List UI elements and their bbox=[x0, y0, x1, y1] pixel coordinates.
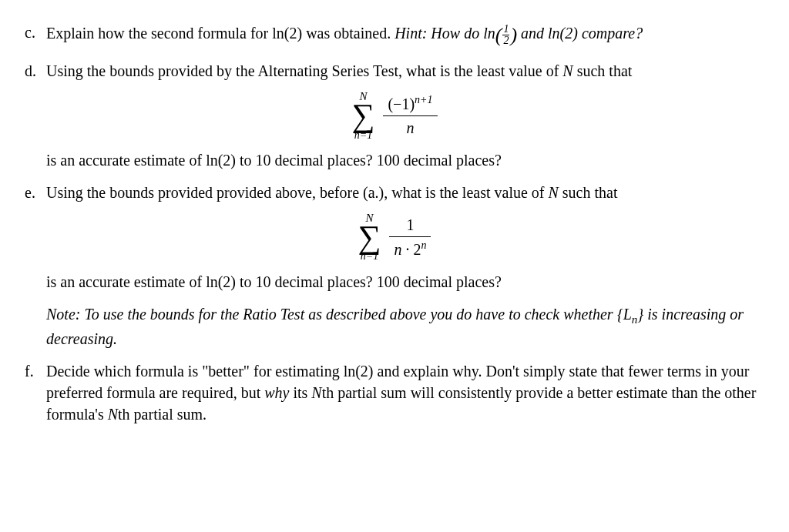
sigma: N ∑ n=1 bbox=[351, 99, 374, 132]
text: Decide which formula is "better" for est… bbox=[46, 363, 344, 380]
var-N: N bbox=[311, 384, 321, 401]
ln2: ln(2) bbox=[272, 25, 302, 42]
d-after: is an accurate estimate of ln(2) to 10 d… bbox=[46, 149, 764, 171]
text: th partial sum. bbox=[118, 406, 206, 423]
label-c: c. bbox=[25, 22, 46, 49]
hint-text: and bbox=[517, 25, 548, 42]
var-N: N bbox=[108, 406, 118, 423]
ln2: ln(2) bbox=[206, 273, 236, 290]
num-base: (−1) bbox=[388, 95, 415, 112]
sigma-upper: N bbox=[359, 89, 367, 105]
text: was obtained. bbox=[302, 25, 394, 42]
label-f: f. bbox=[25, 360, 46, 425]
var-N: N bbox=[562, 62, 572, 79]
frac-num: 1 bbox=[502, 24, 509, 35]
ln2: ln(2) bbox=[206, 152, 236, 169]
sigma-lower: n=1 bbox=[361, 249, 378, 264]
formula-d: N ∑ n=1 (−1)n+1 n bbox=[25, 92, 764, 139]
text: is an accurate estimate of bbox=[46, 273, 206, 290]
denominator: n bbox=[383, 116, 437, 139]
text: Using the bounds provided by the Alterna… bbox=[46, 62, 562, 79]
problem-d: d. Using the bounds provided by the Alte… bbox=[25, 60, 764, 82]
ln2: ln(2) bbox=[344, 363, 374, 380]
text: to 10 decimal places? 100 decimal places… bbox=[236, 152, 502, 169]
text: such that bbox=[559, 184, 618, 201]
hint-ln2: ln(2) bbox=[548, 25, 578, 42]
e-note: Note: To use the bounds for the Ratio Te… bbox=[46, 303, 764, 350]
denominator: n · 2n bbox=[389, 237, 431, 260]
den-exp: n bbox=[421, 239, 426, 251]
text: its bbox=[289, 384, 311, 401]
text: such that bbox=[573, 62, 633, 79]
text: is an accurate estimate of bbox=[46, 152, 206, 169]
den-n: n bbox=[394, 241, 401, 258]
fraction: (−1)n+1 n bbox=[383, 92, 437, 139]
body-f: Decide which formula is "better" for est… bbox=[46, 360, 764, 425]
body-c: Explain how the second formula for ln(2)… bbox=[46, 22, 764, 49]
note-L: L bbox=[623, 306, 632, 323]
sigma-upper: N bbox=[365, 210, 373, 226]
frac-den: 2 bbox=[502, 35, 509, 46]
text: Using the bounds provided provided above… bbox=[46, 184, 548, 201]
text: to 10 decimal places? 100 decimal places… bbox=[236, 273, 502, 290]
dot: · bbox=[401, 241, 413, 258]
den-base: 2 bbox=[413, 241, 421, 258]
sigma-lower: n=1 bbox=[354, 128, 372, 143]
hint-text: Hint: How do bbox=[394, 25, 483, 42]
numerator: 1 bbox=[389, 214, 431, 237]
set-open: { bbox=[617, 306, 623, 323]
problem-e: e. Using the bounds provided provided ab… bbox=[25, 182, 764, 203]
why: why bbox=[264, 384, 289, 401]
num-exp: n+1 bbox=[415, 94, 432, 105]
label-e: e. bbox=[25, 182, 46, 203]
problem-f: f. Decide which formula is "better" for … bbox=[25, 360, 764, 425]
problem-c: c. Explain how the second formula for ln… bbox=[25, 22, 764, 49]
text: Explain how the second formula for bbox=[46, 25, 272, 42]
body-d: Using the bounds provided by the Alterna… bbox=[46, 60, 764, 82]
body-e: Using the bounds provided provided above… bbox=[46, 182, 764, 203]
fraction: 1 n · 2n bbox=[389, 214, 431, 260]
hint-text: compare? bbox=[578, 25, 643, 42]
label-d: d. bbox=[25, 60, 46, 82]
note-text: Note: To use the bounds for the Ratio Te… bbox=[46, 306, 617, 323]
sigma: N ∑ n=1 bbox=[358, 221, 381, 253]
var-N: N bbox=[548, 184, 558, 201]
e-after: is an accurate estimate of ln(2) to 10 d… bbox=[46, 271, 764, 293]
formula-e: N ∑ n=1 1 n · 2n bbox=[25, 214, 764, 260]
numerator: (−1)n+1 bbox=[383, 92, 437, 116]
ln-text: ln bbox=[483, 25, 495, 42]
ln-half: ln(12) bbox=[483, 25, 517, 42]
